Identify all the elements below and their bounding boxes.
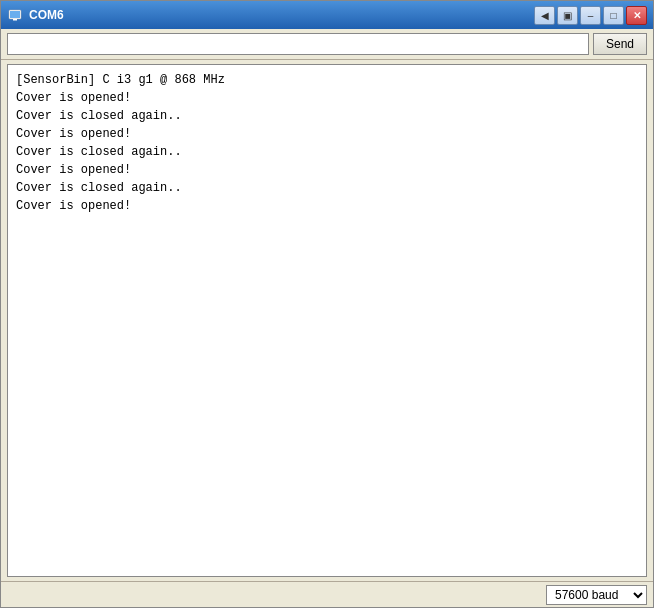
main-window: COM6 ◀ ▣ – □ ✕ Send [SensorBin] C i3 g1 …: [0, 0, 654, 608]
title-bar: COM6 ◀ ▣ – □ ✕: [1, 1, 653, 29]
console-line: Cover is opened!: [16, 125, 638, 143]
toolbar: Send: [1, 29, 653, 60]
console-line: Cover is closed again..: [16, 179, 638, 197]
console-line: Cover is closed again..: [16, 143, 638, 161]
console-line: Cover is opened!: [16, 197, 638, 215]
baud-rate-select[interactable]: 300 baud1200 baud2400 baud4800 baud9600 …: [546, 585, 647, 605]
console-line: Cover is closed again..: [16, 107, 638, 125]
pages-button[interactable]: ▣: [557, 6, 578, 25]
status-bar: 300 baud1200 baud2400 baud4800 baud9600 …: [1, 581, 653, 607]
console-line: [SensorBin] C i3 g1 @ 868 MHz: [16, 71, 638, 89]
title-bar-buttons: ◀ ▣ – □ ✕: [534, 6, 647, 25]
minimize-button[interactable]: –: [580, 6, 601, 25]
svg-rect-1: [10, 11, 20, 18]
maximize-button[interactable]: □: [603, 6, 624, 25]
svg-rect-2: [13, 19, 17, 21]
command-input[interactable]: [7, 33, 589, 55]
console-output[interactable]: [SensorBin] C i3 g1 @ 868 MHzCover is op…: [7, 64, 647, 577]
back-button[interactable]: ◀: [534, 6, 555, 25]
console-line: Cover is opened!: [16, 89, 638, 107]
window-title: COM6: [29, 8, 534, 22]
console-line: Cover is opened!: [16, 161, 638, 179]
send-button[interactable]: Send: [593, 33, 647, 55]
app-icon: [7, 7, 23, 23]
close-button[interactable]: ✕: [626, 6, 647, 25]
